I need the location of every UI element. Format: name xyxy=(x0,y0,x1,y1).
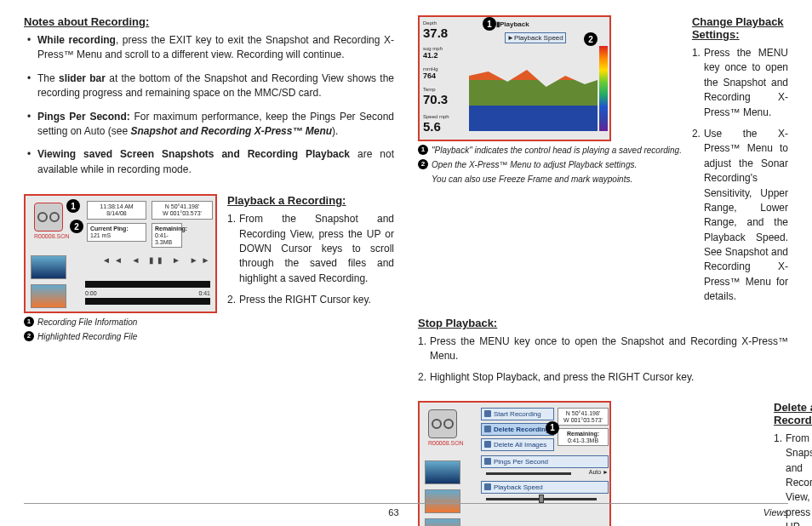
b4-bold: Viewing saved Screen Snapshots and Recor… xyxy=(37,148,350,160)
left-column: Notes about Recording: While recording, … xyxy=(24,15,406,482)
fig1-thumb-2 xyxy=(31,284,66,308)
cpb-s1: Press the MENU key once to open the Snap… xyxy=(704,47,788,118)
fig1-date: 8/14/08 xyxy=(106,210,126,216)
fig1-info-gps: N 50°41.198' W 001°03.573' xyxy=(152,201,213,219)
fig1-filename: R00008.SON xyxy=(34,233,70,239)
sonar-wave xyxy=(469,46,598,131)
fig1-rem-lbl: Remaining: xyxy=(155,226,187,232)
fig3-rem-val: 0:41-3.3MB xyxy=(568,437,598,443)
b1-bold: While recording xyxy=(37,34,116,46)
fig3-gps-w: W 001°03.573' xyxy=(563,417,603,423)
fig2-marker-2: 2 xyxy=(584,32,598,46)
notes-heading: Notes about Recording: xyxy=(24,15,394,28)
mm-readout: mmHg764 xyxy=(423,66,438,80)
change-pb-heading: Change Playback Settings: xyxy=(692,15,788,41)
fig1-gps-w: W 001°03.573' xyxy=(163,210,202,216)
menu-delete-rec: Delete Recording xyxy=(481,423,554,436)
spb-s2: Highlight Stop Playback, and press the R… xyxy=(430,371,694,383)
spb-s1: Press the MENU key once to open the Snap… xyxy=(430,335,788,362)
b3-end: ). xyxy=(332,125,338,137)
fig1-thumb-1 xyxy=(31,255,66,279)
spectrum-bar xyxy=(599,46,608,131)
b3-ital: Snapshot and Recording X-Press™ Menu xyxy=(130,125,332,137)
fig2-marker-1: 1 xyxy=(483,17,496,31)
pb-s1-text: From the Snapshot and Recording View, pr… xyxy=(239,213,394,284)
b2-bold: slider bar xyxy=(59,72,106,84)
sog-val: 41.2 xyxy=(423,51,438,60)
fig3-gps: N 50°41.198' W 001°03.573' xyxy=(558,408,609,426)
cpb-step-1: 1.Press the MENU key once to open the Sn… xyxy=(692,46,788,120)
fig2-caption-1: 1 "Playback" indicates the control head … xyxy=(418,145,682,156)
fig3-filename: R00008.SON xyxy=(428,440,464,446)
change-pb-block: Change Playback Settings: 1.Press the ME… xyxy=(692,15,788,312)
fig1-caption-2: 2 Highlighted Recording File xyxy=(24,331,217,342)
depth-val: 37.8 xyxy=(423,26,448,40)
stop-pb-heading: Stop Playback: xyxy=(418,317,788,329)
fig1-controls: ◄◄ ◄ ▮▮ ► ►► xyxy=(102,255,214,265)
fig1-info-time: 11:38:14 AM 8/14/08 xyxy=(87,201,146,219)
fig1-cp-val: 121 mS xyxy=(90,232,111,238)
fig1-caption-1: 1 Recording File Information xyxy=(24,317,217,328)
figure-1-box: R00008.SON 1 2 11:38:14 AM 8/14/08 N 50°… xyxy=(24,194,217,342)
fig2-cap-extra: You can also use Freeze Frame and mark w… xyxy=(432,174,632,185)
cap2-text: Highlighted Recording File xyxy=(37,331,137,342)
fig1-rem-val: 0:41-3.3MB xyxy=(155,232,172,245)
menu-delete-all: Delete All Images xyxy=(481,438,554,451)
left-figure-section: R00008.SON 1 2 11:38:14 AM 8/14/08 N 50°… xyxy=(24,194,394,342)
page-number: 63 xyxy=(388,507,398,517)
notes-bullet-1: While recording, press the EXIT key to e… xyxy=(37,33,394,63)
page-body: Notes about Recording: While recording, … xyxy=(24,15,788,482)
playback-rec-heading: Playback a Recording: xyxy=(227,194,394,207)
pbspeed-thumb xyxy=(539,495,544,503)
temp-val: 70.3 xyxy=(423,92,448,106)
fig3-thumb-1 xyxy=(425,460,460,484)
fig2-cap-num-1: 1 xyxy=(418,145,428,155)
fig3-gps-n: N 50°41.198' xyxy=(566,410,600,416)
fig1-progress-1 xyxy=(85,281,210,288)
fig3-rem: Remaining: 0:41-3.3MB xyxy=(558,428,609,446)
notes-bullet-4: Viewing saved Screen Snapshots and Recor… xyxy=(37,147,394,177)
stop-pb-steps: 1.Press the MENU key once to open the Sn… xyxy=(418,334,788,386)
figure-2-box: Depth37.8 sog mph41.2 mmHg764 Temp70.3 S… xyxy=(418,15,682,312)
spd-val: 5.6 xyxy=(423,119,441,134)
figure-1: R00008.SON 1 2 11:38:14 AM 8/14/08 N 50°… xyxy=(24,194,217,313)
reel-icon xyxy=(34,203,63,232)
mm-val: 764 xyxy=(423,71,436,80)
stop-pb-block: Stop Playback: 1.Press the MENU key once… xyxy=(418,317,788,392)
cap1-text: Recording File Information xyxy=(37,317,137,328)
figure-2: Depth37.8 sog mph41.2 mmHg764 Temp70.3 S… xyxy=(418,15,611,141)
marker-2: 2 xyxy=(70,220,83,233)
cpb-s2: Use the X-Press™ Menu to adjust the Sona… xyxy=(704,128,788,302)
fig1-time: 11:38:14 AM xyxy=(100,203,133,209)
cap-num-2: 2 xyxy=(24,331,34,341)
cap-num-1: 1 xyxy=(24,317,34,327)
b3-bold: Pings Per Second: xyxy=(37,111,130,123)
pings-slider xyxy=(486,472,571,475)
fig2-cap2-text: Open the X-Press™ Menu to adjust Playbac… xyxy=(432,159,637,170)
fig1-t1: 0:41 xyxy=(198,290,210,296)
right-column: Depth37.8 sog mph41.2 mmHg764 Temp70.3 S… xyxy=(406,15,788,482)
fig3-rem-lbl: Remaining: xyxy=(567,431,599,437)
fig2-pb-label: ▮Playback xyxy=(496,20,529,28)
notes-bullets: While recording, press the EXIT key to e… xyxy=(24,33,394,186)
fig1-cp-lbl: Current Ping: xyxy=(90,226,129,232)
spb-step-1: 1.Press the MENU key once to open the Sn… xyxy=(418,334,788,364)
fig1-info-ap: Remaining: 0:41-3.3MB xyxy=(152,223,182,248)
playback-rec-steps: 1.From the Snapshot and Recording View, … xyxy=(227,212,394,307)
cpb-step-2: 2.Use the X-Press™ Menu to adjust the So… xyxy=(692,127,788,305)
delete-rec-heading: Delete a Recording: xyxy=(774,401,812,426)
notes-bullet-2: The slider bar at the bottom of the Snap… xyxy=(37,71,394,101)
menu-pings: Pings Per Second xyxy=(481,455,609,468)
pb-s2-text: Press the RIGHT Cursor key. xyxy=(239,294,371,306)
depth-readout: Depth37.8 xyxy=(423,20,448,40)
fig2-cap-num-2: 2 xyxy=(418,159,428,169)
section-label: Views xyxy=(763,507,788,517)
menu-pbspeed: Playback Speed xyxy=(481,481,609,494)
b2-pre: The xyxy=(37,72,59,84)
fig1-info-cp: Current Ping: 121 mS xyxy=(87,223,146,241)
pb-step-2: 2.Press the RIGHT Cursor key. xyxy=(227,293,394,307)
pb-step-1: 1.From the Snapshot and Recording View, … xyxy=(227,212,394,286)
fig2-caption-2: 2 Open the X-Press™ Menu to adjust Playb… xyxy=(418,159,682,170)
change-pb-steps: 1.Press the MENU key once to open the Sn… xyxy=(692,46,788,305)
reel-icon-2 xyxy=(428,409,457,438)
